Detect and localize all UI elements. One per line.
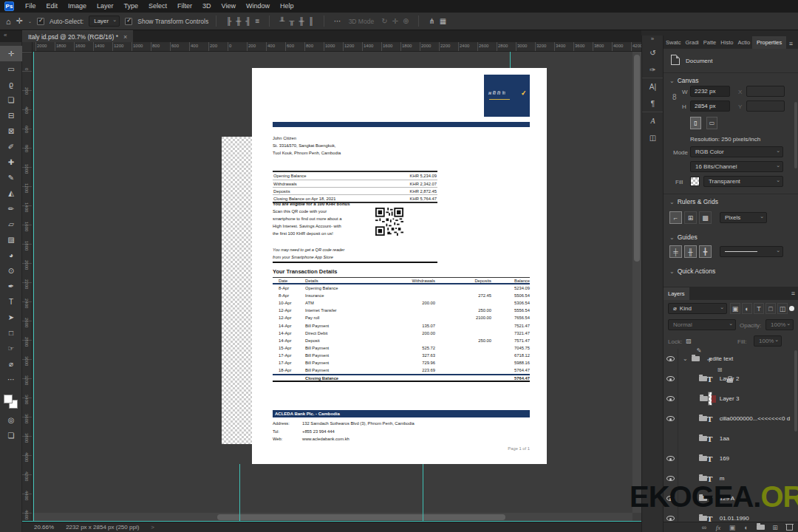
menu-item[interactable]: Window (241, 2, 275, 10)
landscape-orientation-button[interactable]: ▭ (706, 117, 717, 129)
layer-name[interactable]: Layer 2 (720, 375, 740, 382)
lock-guides-icon[interactable]: ╫ (684, 245, 697, 258)
delete-layer-icon[interactable] (785, 523, 793, 532)
brush-settings-panel-icon[interactable]: ✑ (642, 61, 664, 78)
edit-toolbar-icon[interactable]: ⋯ (0, 372, 22, 387)
move-tool[interactable]: ✛ (0, 46, 22, 61)
ruler-origin-corner[interactable] (22, 42, 33, 52)
menu-item[interactable]: Select (143, 2, 172, 10)
toggle-grid-icon[interactable]: ⊞ (684, 211, 697, 224)
toggle-guides-icon[interactable]: ╪ (669, 245, 682, 258)
layer-row[interactable]: T 169 (664, 449, 798, 468)
libraries-panel-icon[interactable]: ◫ (642, 129, 664, 146)
link-layers-icon[interactable]: ∞ (700, 523, 708, 532)
color-mode-dropdown[interactable]: RGB Color (690, 146, 783, 157)
layer-thumbnail[interactable]: T (700, 432, 712, 446)
object-selection-tool[interactable]: ❏ (0, 92, 22, 108)
layers-menu-icon[interactable]: ≡ (788, 287, 798, 300)
height-field[interactable]: 2854 px (690, 100, 730, 112)
canvas-section-header[interactable]: Canvas (669, 77, 699, 84)
new-group-icon[interactable] (757, 523, 765, 532)
panel-menu-icon[interactable]: ≡ (785, 37, 797, 50)
layer-row[interactable]: T Layer 3 (664, 389, 798, 409)
opacity-field[interactable]: 100% (765, 319, 794, 330)
y-field[interactable] (746, 100, 785, 112)
layer-filter-toggle[interactable] (789, 306, 794, 311)
filter-pixel-layers-icon[interactable]: ▣ (730, 303, 740, 314)
guide-vertical[interactable] (239, 464, 240, 521)
clear-guides-icon[interactable]: ╋ (699, 245, 712, 258)
distribute-horizontal-icon[interactable]: ║ (307, 17, 316, 25)
layer-visibility-toggle[interactable] (664, 389, 678, 409)
align-left-icon[interactable]: ╟ (224, 17, 233, 25)
filter-type-layers-icon[interactable]: T (754, 303, 764, 314)
panel-tab[interactable]: Patte (701, 36, 719, 49)
quick-actions-section-header[interactable]: Quick Actions (669, 267, 715, 275)
clone-stamp-tool[interactable]: ◭ (0, 185, 22, 201)
filter-smart-objects-icon[interactable]: ◫ (777, 303, 788, 314)
layer-visibility-toggle[interactable] (664, 429, 678, 449)
properties-scrollbar[interactable] (794, 102, 797, 168)
layer-thumbnail[interactable]: T (689, 352, 702, 366)
hand-tool[interactable]: ☞ (0, 341, 22, 356)
layer-name[interactable]: Layer 3 (720, 395, 740, 402)
blur-tool[interactable]: ◕ (0, 248, 22, 263)
lasso-tool[interactable]: ϱ (0, 77, 22, 92)
panel-tab[interactable]: Swatc (664, 36, 683, 49)
layer-thumbnail[interactable]: T (700, 451, 712, 466)
type-tool[interactable]: T (0, 294, 22, 310)
layer-row[interactable]: T 1aa (664, 429, 798, 449)
layer-name[interactable]: edite text (709, 355, 733, 362)
close-icon[interactable]: × (123, 33, 127, 41)
glyphs-panel-icon[interactable]: A (642, 112, 664, 129)
tab-layers[interactable]: Layers (664, 287, 689, 300)
toggle-rulers-icon[interactable]: ⌐ (669, 211, 682, 224)
history-panel-icon[interactable]: ↺ (642, 44, 664, 61)
layer-thumbnail[interactable]: T (700, 412, 712, 426)
blend-mode-dropdown[interactable]: Normal (668, 319, 736, 330)
foreground-color-swatch[interactable] (4, 395, 13, 403)
guide-vertical[interactable] (510, 52, 511, 68)
layer-mask-icon[interactable]: ▣ (729, 523, 736, 532)
show-transform-checkbox[interactable] (125, 18, 132, 25)
portrait-orientation-button[interactable]: ▯ (690, 117, 701, 129)
menu-item[interactable]: File (20, 2, 41, 10)
adjustment-layer-icon[interactable]: ◐ (743, 523, 750, 532)
layer-visibility-toggle[interactable] (664, 449, 678, 468)
lock-transparency-icon[interactable]: ▨ (684, 336, 693, 346)
menu-item[interactable]: Type (119, 2, 144, 10)
layer-filter-kind-dropdown[interactable]: ⌀ Kind (668, 303, 727, 314)
fill-dropdown[interactable]: Transparent (703, 176, 783, 187)
menu-item[interactable]: Edit (41, 2, 64, 10)
distribute-top-icon[interactable]: ╨ (277, 17, 287, 25)
panel-tab[interactable]: Histo (718, 36, 735, 49)
screen-mode-button[interactable]: ❏ (0, 428, 22, 443)
expand-panels-icon[interactable]: » (642, 35, 663, 44)
menu-item[interactable]: Layer (92, 2, 119, 10)
menu-item[interactable]: Help (275, 2, 299, 10)
status-chevron-icon[interactable]: > (151, 524, 154, 531)
distribute-center-icon[interactable]: ╫ (296, 17, 306, 25)
fill-swatch[interactable] (690, 177, 700, 186)
layers-scrollbar[interactable] (794, 350, 797, 432)
layer-name[interactable]: 1aa (720, 435, 729, 442)
zoom-tool[interactable]: ⌀ (0, 356, 22, 372)
brush-tool[interactable]: ✎ (0, 170, 22, 185)
camera-icon[interactable]: ▦ (437, 17, 449, 25)
layer-effects-icon[interactable]: fx (715, 523, 722, 532)
scrollbar-thumb[interactable] (634, 55, 640, 262)
rectangular-marquee-tool[interactable]: ▭ (0, 61, 22, 77)
new-layer-icon[interactable]: ⊞ (771, 523, 779, 532)
link-dimensions-icon[interactable]: 8 (672, 93, 677, 101)
eraser-tool[interactable]: ▱ (0, 216, 22, 232)
ruler-units-dropdown[interactable]: Pixels (720, 212, 767, 223)
vertical-scrollbar[interactable] (632, 52, 641, 513)
crop-tool[interactable]: ⊟ (0, 108, 22, 123)
guide-vertical[interactable] (423, 464, 423, 521)
align-right-icon[interactable]: ╢ (243, 17, 253, 25)
layer-visibility-toggle[interactable] (664, 349, 678, 369)
gradient-tool[interactable]: ▨ (0, 232, 22, 248)
x-field[interactable] (746, 86, 785, 97)
vertical-ruler[interactable]: 0200400600800100012001400160018002000220… (22, 52, 33, 522)
rulers-grids-section-header[interactable]: Rulers & Grids (669, 198, 718, 205)
